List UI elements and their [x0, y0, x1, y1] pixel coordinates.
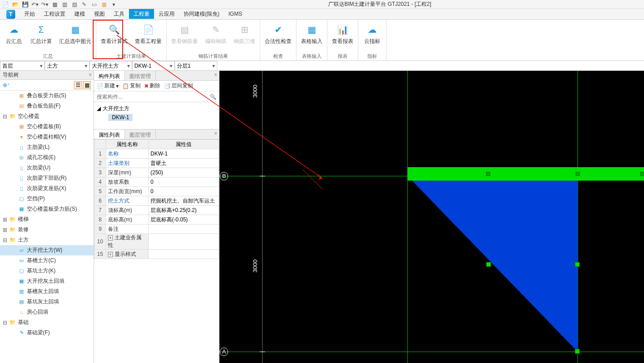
tab-drawing-mgmt[interactable]: 图纸管理: [125, 71, 156, 80]
property-row[interactable]: 9备注: [94, 225, 219, 234]
drawing-viewport[interactable]: B A 3000 3000: [219, 71, 644, 363]
tree-item[interactable]: ▦空心楼盖板(B): [0, 121, 94, 132]
menu-tab[interactable]: 工程设置: [39, 9, 70, 19]
tree-item[interactable]: ▦大开挖灰土回填: [0, 276, 94, 286]
ribbon-report-button[interactable]: 📊查看报表: [330, 22, 355, 52]
tree-item[interactable]: ✎基础梁(F): [0, 328, 94, 338]
redo-icon[interactable]: ↷▾: [41, 1, 48, 8]
property-row[interactable]: 10+土建业务属性: [94, 234, 219, 250]
tree-item[interactable]: ▢空挡(P): [0, 194, 94, 204]
menu-tab[interactable]: IGMS: [224, 9, 247, 19]
tree-item[interactable]: ⊟📁基础: [0, 317, 94, 328]
tree-item[interactable]: ▼空心楼盖柱帽(V): [0, 132, 94, 142]
search-icon[interactable]: 🔍: [210, 94, 216, 100]
delete-button[interactable]: ✖ 删除: [144, 82, 160, 90]
tab-component-list[interactable]: 构件列表: [94, 71, 125, 80]
ribbon-doc-mag-button[interactable]: 📄查看工程量: [133, 22, 163, 52]
new-button[interactable]: 📄 新建 ▾: [97, 82, 119, 90]
tree-item[interactable]: ⌷主肋梁(L): [0, 142, 94, 152]
undo-icon[interactable]: ↶▾: [31, 1, 39, 8]
add-icon[interactable]: ⊕⁺: [3, 82, 10, 88]
ribbon-cloud-chart-button[interactable]: ☁云指标: [361, 22, 383, 52]
tree-item[interactable]: ⊟📁空心楼盖: [0, 111, 94, 121]
tree-item[interactable]: ▢基坑土方(K): [0, 266, 94, 276]
tree-item[interactable]: ⌷次肋梁下部筋(R): [0, 173, 94, 183]
tree-item[interactable]: ⌷次肋梁支座筋(X): [0, 183, 94, 194]
ribbon-calc-mag-button[interactable]: 🔍查看计算式: [99, 22, 129, 52]
ribbon-cloud-button[interactable]: ☁云汇总: [3, 22, 25, 52]
ribbon-table-button[interactable]: ▦表格输入: [299, 22, 324, 52]
tool3-icon[interactable]: ▤: [71, 1, 78, 8]
save-icon[interactable]: 💾: [21, 1, 29, 8]
nav-tree[interactable]: ▦叠合板受力筋(S)▤叠合板负筋(F)⊟📁空心楼盖▦空心楼盖板(B)▼空心楼盖柱…: [0, 91, 94, 363]
open-icon[interactable]: 📂: [12, 1, 19, 8]
view-grid-icon[interactable]: ▦: [83, 81, 91, 89]
close-icon[interactable]: ×: [89, 72, 92, 78]
menu-tab[interactable]: 协同建模(限免): [179, 9, 224, 19]
tree-item[interactable]: ▦叠合板受力筋(S): [0, 91, 94, 101]
property-row[interactable]: 8底标高(m)层底标高(-0.05): [94, 215, 219, 225]
component-list[interactable]: ◢大开挖土方 DKW-1: [94, 102, 219, 129]
tree-item[interactable]: ▥基槽灰土回填: [0, 286, 94, 297]
new-icon[interactable]: 📄: [2, 1, 9, 8]
tool6-icon[interactable]: ▦: [100, 1, 107, 8]
component-select[interactable]: 大开挖土方: [90, 61, 132, 71]
menu-tab[interactable]: 开始: [20, 9, 39, 19]
earthwork-element[interactable]: [412, 181, 578, 352]
tab-layers[interactable]: 图层管理: [125, 130, 156, 139]
close-icon[interactable]: ×: [214, 130, 217, 137]
property-row[interactable]: 7顶标高(m)层底标高+0.25(0.2): [94, 206, 219, 215]
close-icon[interactable]: ×: [214, 72, 217, 78]
ribbon-check-button[interactable]: ✔合法性检查: [263, 22, 293, 52]
app-logo[interactable]: T: [2, 9, 20, 19]
list-item[interactable]: DKW-1: [108, 113, 216, 122]
property-row[interactable]: 2土壤类别普硬土: [94, 159, 219, 168]
property-row[interactable]: 5工作面宽(mm)0: [94, 187, 219, 196]
tree-item[interactable]: ◎成孔芯模(E): [0, 152, 94, 163]
tree-item[interactable]: ▤基坑灰土回填: [0, 297, 94, 307]
tool4-icon[interactable]: ✎: [81, 1, 88, 8]
property-table[interactable]: 属性名称 属性值 1名称DKW-12土壤类别普硬土3深度(mm)(250)4放坡…: [94, 139, 219, 363]
menu-tab[interactable]: 工程量: [129, 9, 154, 19]
layer-copy-button[interactable]: 📑 层间复制: [164, 82, 193, 90]
property-row[interactable]: 3深度(mm)(250): [94, 168, 219, 177]
tree-item[interactable]: ⌂房心回填: [0, 307, 94, 317]
search-input[interactable]: [97, 94, 210, 100]
qat-dropdown-icon[interactable]: ▾: [110, 1, 117, 8]
menu-tab[interactable]: 建模: [70, 9, 90, 19]
expand-icon[interactable]: ⊞: [3, 216, 7, 223]
property-row[interactable]: 4放坡系数0: [94, 177, 219, 187]
tree-item[interactable]: ⊞📁楼梯: [0, 214, 94, 225]
category-select[interactable]: 土方: [45, 61, 90, 71]
tree-item[interactable]: ▱大开挖土方(W): [0, 245, 94, 255]
tool2-icon[interactable]: ▥: [61, 1, 68, 8]
menu-tab[interactable]: 视图: [90, 9, 109, 19]
menu-tab[interactable]: 云应用: [154, 9, 179, 19]
tab-properties[interactable]: 属性列表: [94, 130, 125, 139]
tree-item[interactable]: ▦空心楼盖板受力筋(S): [0, 204, 94, 214]
tree-item[interactable]: ▤叠合板负筋(F): [0, 101, 94, 111]
expand-icon[interactable]: ⊟: [3, 320, 7, 326]
property-row[interactable]: 1名称DKW-1: [94, 149, 219, 159]
expand-icon[interactable]: ⊟: [3, 113, 7, 120]
copy-button[interactable]: 📋 复制: [122, 82, 141, 90]
list-group[interactable]: ◢大开挖土方: [97, 104, 216, 113]
expand-icon[interactable]: ⊞: [3, 227, 7, 233]
tree-item[interactable]: ⊞📁装修: [0, 225, 94, 235]
view-list-icon[interactable]: ☰: [74, 81, 82, 89]
floor-select[interactable]: 首层: [0, 61, 45, 71]
tool1-icon[interactable]: ▦: [51, 1, 58, 8]
tree-item[interactable]: ⌷次肋梁(U): [0, 163, 94, 173]
instance-select[interactable]: DKW-1: [132, 61, 175, 71]
property-row[interactable]: 15+显示样式: [94, 250, 219, 259]
ribbon-grid-button[interactable]: ▦汇总选中图元: [57, 22, 93, 52]
menu-tab[interactable]: 工具: [109, 9, 129, 19]
property-row[interactable]: 6挖土方式挖掘机挖土、自卸汽车运土: [94, 196, 219, 206]
layer-select[interactable]: 分层1: [175, 61, 217, 71]
expand-icon[interactable]: ⊟: [3, 237, 7, 243]
tree-item[interactable]: ⊟📁土方: [0, 235, 94, 245]
tool5-icon[interactable]: ▭: [90, 1, 98, 8]
wall-element[interactable]: [408, 167, 644, 181]
tree-item[interactable]: ▭基槽土方(C): [0, 255, 94, 266]
ribbon-sigma-button[interactable]: Σ汇总计算: [29, 22, 54, 52]
